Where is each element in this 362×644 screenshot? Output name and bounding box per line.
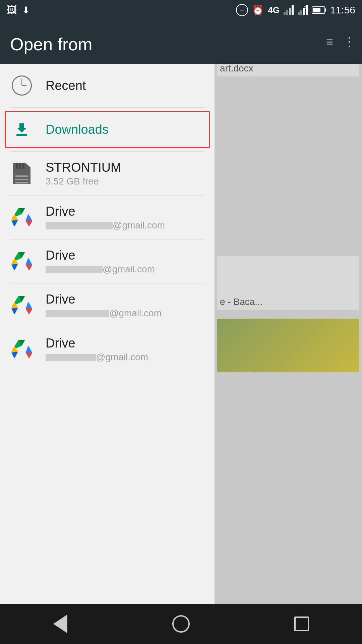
download-status-icon: ⬇ <box>22 5 30 16</box>
status-time: 11:56 <box>330 4 355 16</box>
background-content: art.docx e - Baca... <box>215 0 362 644</box>
drawer-item-strontium[interactable]: STRONTIUM 3.52 GB free <box>0 152 215 195</box>
navigation-bar <box>0 604 362 644</box>
recent-item-text: Recent <box>46 78 86 93</box>
drive-2-email-redacted <box>46 266 103 273</box>
bg-card-2-text: e - Baca... <box>220 297 263 307</box>
bg-card-image <box>217 319 359 372</box>
svg-rect-5 <box>19 163 21 169</box>
sort-icon: ≡ <box>326 35 333 49</box>
drawer-item-drive-1[interactable]: Drive @gmail.com <box>0 196 215 239</box>
svg-rect-3 <box>15 182 28 183</box>
app-header-bar: ≡ ⋮ <box>215 20 362 64</box>
drive-2-sublabel: @gmail.com <box>46 264 155 275</box>
download-icon <box>10 118 34 141</box>
strontium-item-text: STRONTIUM 3.52 GB free <box>46 160 121 187</box>
drawer-item-drive-2[interactable]: Drive @gmail.com <box>0 239 215 283</box>
drive-2-label: Drive <box>46 248 155 263</box>
battery-icon <box>312 6 326 14</box>
recent-label: Recent <box>46 78 86 93</box>
drive-3-sublabel: @gmail.com <box>46 308 162 319</box>
strontium-label: STRONTIUM <box>46 160 121 175</box>
drawer-item-drive-4[interactable]: Drive @gmail.com <box>0 327 215 371</box>
downloads-item-text: Downloads <box>46 122 109 137</box>
drive-icon-4 <box>10 337 34 361</box>
clock-icon <box>10 74 34 97</box>
back-button[interactable] <box>47 610 74 637</box>
drive-3-email-redacted <box>46 310 109 317</box>
svg-rect-6 <box>22 163 24 169</box>
drive-3-label: Drive <box>46 292 162 307</box>
drive-icon-1 <box>10 206 34 229</box>
svg-rect-2 <box>15 179 28 180</box>
svg-rect-4 <box>16 163 18 169</box>
recents-button[interactable] <box>288 610 315 637</box>
more-icon: ⋮ <box>343 35 355 49</box>
status-bar-right: − ⏰ 4G R 11:56 <box>236 4 355 16</box>
drive-4-label: Drive <box>46 336 148 351</box>
r-signal-icon: R <box>298 5 308 15</box>
clock-shape <box>12 75 32 96</box>
image-status-icon: 🖼 <box>7 4 17 16</box>
open-from-drawer: Open from Recent Downloads <box>0 0 215 644</box>
drive-4-email-redacted <box>46 354 96 361</box>
drawer-content: Recent Downloads <box>0 64 215 644</box>
drawer-title: Open from <box>10 34 93 54</box>
drawer-item-drive-3[interactable]: Drive @gmail.com <box>0 283 215 327</box>
recents-icon <box>294 616 309 631</box>
signal-icon <box>284 5 294 15</box>
network-type-label: 4G <box>268 5 280 15</box>
drive-1-sublabel: @gmail.com <box>46 220 165 231</box>
drive-4-sublabel: @gmail.com <box>46 352 148 363</box>
downloads-label: Downloads <box>46 122 109 137</box>
drawer-item-recent[interactable]: Recent <box>0 64 215 107</box>
sdcard-icon <box>10 162 34 185</box>
drive-icon-2 <box>10 250 34 273</box>
alarm-icon: ⏰ <box>252 5 264 16</box>
drive-2-item-text: Drive @gmail.com <box>46 248 155 275</box>
drive-icon-3 <box>10 293 34 317</box>
back-icon <box>53 614 67 633</box>
status-bar-left: 🖼 ⬇ <box>7 4 30 16</box>
drive-1-item-text: Drive @gmail.com <box>46 204 165 231</box>
svg-rect-0 <box>16 134 27 136</box>
drive-4-item-text: Drive @gmail.com <box>46 336 148 363</box>
strontium-sublabel: 3.52 GB free <box>46 176 121 187</box>
drive-1-email-redacted <box>46 222 113 229</box>
drawer-item-downloads[interactable]: Downloads <box>0 108 215 151</box>
drive-1-label: Drive <box>46 204 165 219</box>
svg-rect-1 <box>15 175 28 177</box>
dnd-icon: − <box>236 4 248 16</box>
home-button[interactable] <box>168 610 194 637</box>
drive-3-item-text: Drive @gmail.com <box>46 292 162 319</box>
bg-card-2: e - Baca... <box>217 256 359 310</box>
bg-card-1-text: art.docx <box>220 63 253 74</box>
home-icon <box>172 615 190 633</box>
status-bar: 🖼 ⬇ − ⏰ 4G R <box>0 0 362 20</box>
